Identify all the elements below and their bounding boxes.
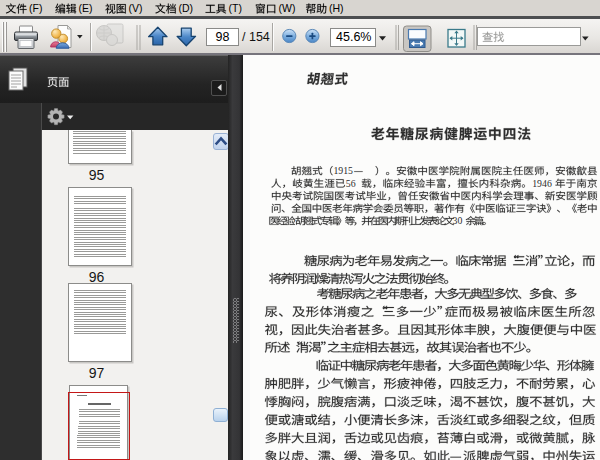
svg-text:(V): (V): [129, 2, 143, 14]
svg-text:(W): (W): [279, 2, 296, 14]
svg-text:(F): (F): [29, 2, 42, 14]
svg-text:(H): (H): [329, 2, 344, 14]
svg-text:(E): (E): [79, 2, 93, 14]
svg-text:(D): (D): [179, 2, 194, 14]
svg-text:(T): (T): [229, 2, 242, 14]
